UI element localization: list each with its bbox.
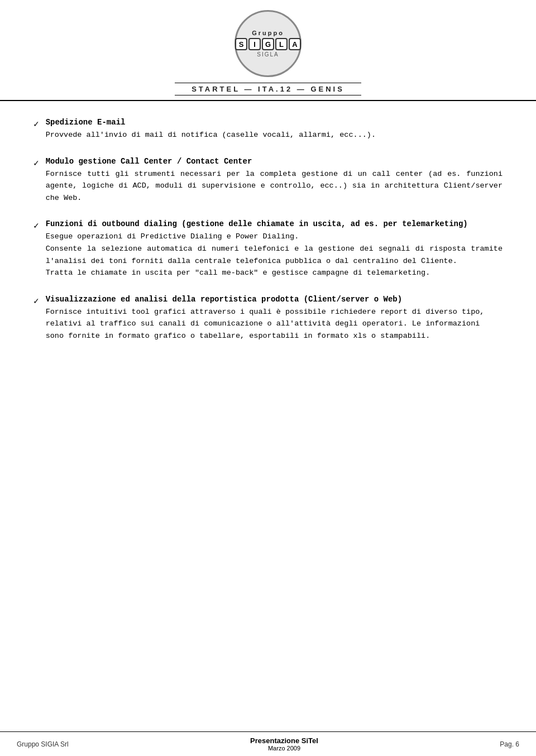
logo-letter-i: I <box>248 38 261 50</box>
section-funzioni-content: Funzioni di outbound dialing (gestione d… <box>46 219 502 279</box>
main-content: ✓ Spedizione E-mail Provvede all'invio d… <box>0 101 536 756</box>
page: Gruppo S I G L A SIGLA STARTEL — ITA.12 … <box>0 0 536 756</box>
section-visualizzazione: ✓ Visualizzazione ed analisi della repor… <box>34 295 502 342</box>
footer-company: Gruppo SIGIA Srl <box>17 740 69 748</box>
logo-letter-a: A <box>289 38 301 50</box>
section-modulo-body: Fornisce tutti gli strumenti necessari p… <box>46 168 502 204</box>
footer-page: Pag. 6 <box>500 740 519 748</box>
checkmark-modulo: ✓ <box>34 157 39 204</box>
section-funzioni-title: Funzioni di outbound dialing (gestione d… <box>46 219 502 228</box>
checkmark-visualizzazione: ✓ <box>34 295 39 342</box>
checkmark-funzioni: ✓ <box>34 220 39 279</box>
logo-outer-ring: Gruppo S I G L A SIGLA <box>234 10 302 77</box>
logo-letters: S I G L A <box>235 38 301 50</box>
section-funzioni: ✓ Funzioni di outbound dialing (gestione… <box>34 219 502 279</box>
logo-letter-l: L <box>275 38 288 50</box>
section-spedizione: ✓ Spedizione E-mail Provvede all'invio d… <box>34 118 502 141</box>
footer: Gruppo SIGIA Srl Presentazione SiTel Mar… <box>0 731 536 756</box>
section-visualizzazione-content: Visualizzazione ed analisi della reporti… <box>46 295 502 342</box>
logo-area: Gruppo S I G L A SIGLA <box>234 10 302 77</box>
section-modulo: ✓ Modulo gestione Call Center / Contact … <box>34 157 502 204</box>
section-visualizzazione-body: Fornisce intuitivi tool grafici attraver… <box>46 306 502 342</box>
logo-sigla-subtext: SIGLA <box>257 51 279 58</box>
checkmark-spedizione: ✓ <box>34 118 39 141</box>
section-visualizzazione-title: Visualizzazione ed analisi della reporti… <box>46 295 502 304</box>
section-spedizione-title: Spedizione E-mail <box>46 118 502 127</box>
header: Gruppo S I G L A SIGLA STARTEL — ITA.12 … <box>0 0 536 101</box>
logo-letter-s: S <box>235 38 247 50</box>
footer-presentation-date: Marzo 2009 <box>250 745 318 752</box>
footer-center: Presentazione SiTel Marzo 2009 <box>250 736 318 752</box>
logo-letter-g: G <box>262 38 274 50</box>
header-tagline: STARTEL — ITA.12 — GENIS <box>175 83 361 95</box>
section-modulo-content: Modulo gestione Call Center / Contact Ce… <box>46 157 502 204</box>
footer-presentation-title: Presentazione SiTel <box>250 736 318 745</box>
section-funzioni-body: Esegue operazioni di Predictive Dialing … <box>46 231 502 279</box>
section-modulo-title: Modulo gestione Call Center / Contact Ce… <box>46 157 502 166</box>
section-spedizione-body: Provvede all'invio di mail di notifica (… <box>46 129 502 141</box>
logo-gruppo-text: Gruppo <box>252 30 284 36</box>
logo-inner: Gruppo S I G L A SIGLA <box>235 30 301 58</box>
section-spedizione-content: Spedizione E-mail Provvede all'invio di … <box>46 118 502 141</box>
